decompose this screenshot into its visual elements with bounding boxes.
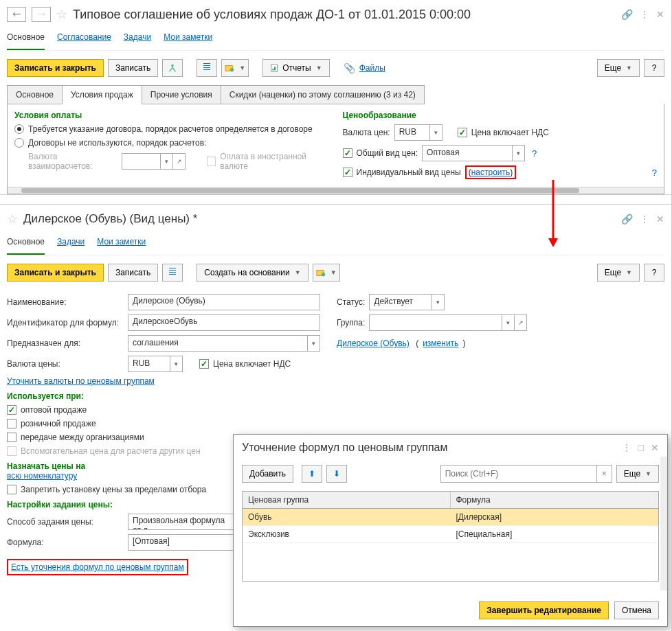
wholesale-checkbox[interactable] [7, 405, 16, 415]
window1-scrollbar[interactable] [8, 187, 664, 194]
group-value[interactable] [370, 315, 502, 330]
col-formula[interactable]: Формула [451, 492, 659, 508]
add-button[interactable]: Добавить [242, 465, 293, 483]
currency-dropdown-3[interactable]: ▾ [170, 356, 182, 371]
tab-other[interactable]: Прочие условия [142, 85, 221, 104]
nav-main[interactable]: Основное [7, 32, 45, 50]
files-link[interactable]: Файлы [359, 63, 385, 73]
titlebar-2: ☆ Дилерское (Обувь) (Вид цены) * 🔗 ⋮ ✕ [7, 205, 664, 233]
nav-tabs-1: Основное Согласование Задачи Мои заметки [7, 29, 664, 51]
table-row[interactable]: Обувь [Дилерская] [243, 509, 658, 526]
list-icon-button[interactable] [197, 59, 217, 77]
cancel-button[interactable]: Отмена [614, 601, 659, 619]
close-icon[interactable]: ✕ [656, 214, 664, 225]
nav-tasks[interactable]: Задачи [124, 32, 151, 42]
pricing-header: Ценообразование [343, 111, 658, 120]
nav2-tasks[interactable]: Задачи [57, 237, 85, 246]
folder-icon-button[interactable]: ▼ [221, 59, 249, 77]
tab-main[interactable]: Основное [7, 85, 63, 104]
close-icon[interactable]: ✕ [656, 9, 664, 20]
more-button-2[interactable]: Еще▼ [597, 264, 640, 282]
save-close-button[interactable]: Записать и закрыть [7, 59, 104, 77]
search-input[interactable] [441, 466, 596, 482]
link-icon[interactable]: 🔗 [621, 9, 633, 20]
transfer-checkbox[interactable] [7, 433, 16, 442]
change-link[interactable]: изменить [423, 339, 458, 348]
individual-checkbox[interactable] [343, 168, 352, 177]
kebab-icon[interactable]: ⋮ [640, 214, 649, 225]
dialog-more-button[interactable]: Еще▼ [616, 465, 659, 483]
help-common[interactable]: ? [532, 148, 537, 159]
vat-checkbox-2[interactable] [199, 359, 209, 369]
reports-button[interactable]: Отчеты▼ [262, 59, 329, 77]
radio-no-contract[interactable] [14, 138, 24, 148]
move-down-button[interactable]: ⬇ [326, 465, 347, 483]
currency-value-2[interactable]: RUB [128, 356, 170, 371]
nav-approval[interactable]: Согласование [57, 32, 111, 42]
configure-link[interactable]: настроить [471, 168, 511, 177]
currency-dropdown2[interactable]: ▾ [429, 125, 442, 140]
kebab-icon[interactable]: ⋮ [640, 9, 649, 20]
tab-discounts[interactable]: Скидки (наценки) по этому соглашению (3 … [221, 85, 425, 104]
help-button-2[interactable]: ? [644, 264, 664, 282]
tab-sales[interactable]: Условия продаж [62, 85, 142, 104]
folder-button-2[interactable]: ▼ [313, 264, 340, 282]
save-close-button-2[interactable]: Записать и закрыть [7, 264, 104, 282]
status-dropdown[interactable]: ▾ [432, 295, 444, 310]
link-icon[interactable]: 🔗 [621, 214, 633, 225]
id-label: Идентификатор для формул: [7, 318, 124, 328]
vat-checkbox[interactable] [458, 128, 467, 137]
currency-open[interactable]: ↗ [172, 154, 185, 169]
approval-icon-button[interactable] [162, 59, 183, 77]
all-nomenclature-link[interactable]: всю номенклатуру [7, 471, 77, 481]
common-price-value[interactable]: Оптовая [423, 146, 512, 161]
forward-button[interactable]: 🡒 [32, 7, 51, 22]
move-up-button[interactable]: ⬆ [302, 465, 322, 483]
retail-checkbox[interactable] [7, 419, 16, 428]
formula-input[interactable]: [Оптовая] [128, 534, 238, 551]
price-currency-value[interactable]: RUB [395, 125, 429, 140]
radio-contract[interactable] [14, 124, 24, 134]
save-button[interactable]: Записать [108, 59, 158, 77]
purpose-dropdown[interactable]: ▾ [307, 336, 320, 351]
dialog-scrollbar[interactable] [660, 457, 667, 590]
more-button-1[interactable]: Еще▼ [597, 59, 640, 77]
foreign-checkbox[interactable] [207, 157, 216, 166]
group-open[interactable]: ↗ [514, 315, 526, 330]
help-individual[interactable]: ? [652, 168, 657, 178]
currency-dropdown[interactable]: ▾ [160, 154, 172, 169]
nav-notes[interactable]: Мои заметки [164, 32, 212, 42]
status-value[interactable]: Действует [370, 295, 432, 310]
help-button[interactable]: ? [644, 59, 664, 77]
finish-edit-button[interactable]: Завершить редактирование [479, 601, 609, 619]
refine-currencies-link[interactable]: Уточнить валюты по ценовым группам [7, 376, 155, 386]
search-clear-icon[interactable]: × [596, 466, 612, 482]
paperclip-icon[interactable]: 📎 [344, 62, 355, 73]
save-button-2[interactable]: Записать [108, 264, 158, 282]
create-based-button[interactable]: Создать на основании▼ [197, 264, 308, 282]
method-input[interactable]: Произвольная формула от д [128, 514, 238, 530]
refine-formulas-link[interactable]: Есть уточнения формул по ценовым группам [11, 562, 184, 572]
nav2-main[interactable]: Основное [7, 237, 45, 255]
dialog-maximize-icon[interactable]: □ [638, 442, 644, 453]
dialog-close-icon[interactable]: ✕ [651, 442, 659, 453]
favorite-icon-2[interactable]: ☆ [7, 211, 18, 227]
group-dropdown[interactable]: ▾ [502, 315, 514, 330]
name-input[interactable]: Дилерское (Обувь) [128, 294, 320, 310]
purpose-value[interactable]: соглашения [128, 336, 307, 351]
id-input[interactable]: ДилерскоеОбувь [128, 314, 320, 331]
dialog-kebab-icon[interactable]: ⋮ [622, 442, 631, 453]
common-price-checkbox[interactable] [343, 148, 352, 158]
agreement-link[interactable]: Дилерское (Обувь) [337, 339, 410, 348]
nav2-notes[interactable]: Мои заметки [97, 237, 146, 246]
col-group[interactable]: Ценовая группа [243, 492, 451, 508]
prohibit-checkbox[interactable] [7, 485, 16, 494]
table-row[interactable]: Эксклюзив [Специальная] [243, 526, 658, 543]
titlebar-actions: 🔗 ⋮ ✕ [621, 9, 664, 20]
toolbar-2: Записать и закрыть Записать Создать на о… [7, 255, 664, 290]
list-button-2[interactable] [162, 264, 183, 282]
search-box[interactable]: × [440, 465, 612, 483]
favorite-icon[interactable]: ☆ [56, 7, 67, 22]
common-dropdown[interactable]: ▾ [512, 146, 524, 161]
back-button[interactable]: 🡐 [7, 7, 26, 22]
